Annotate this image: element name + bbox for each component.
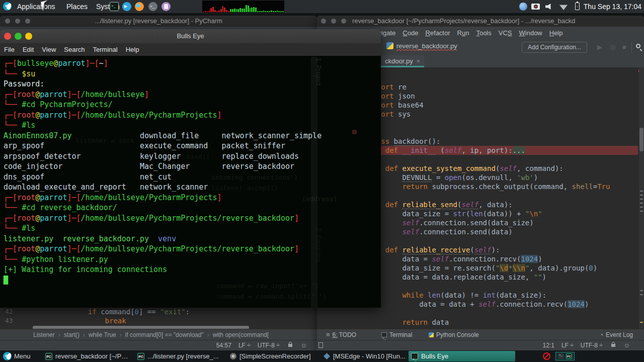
lock-icon[interactable] [288,344,292,347]
terminal-tool-button[interactable]: Terminal [381,329,412,340]
stop-icon[interactable]: ■ [622,43,626,51]
terminal-line: ┌─[root@parrot]─[/home/bullseye/PycharmP… [4,110,381,121]
top-panel: Applications Places System Thu Sep 13, 1… [0,0,644,13]
code-line: while len(data) != int(data_size): [368,291,638,300]
menu-view[interactable]: View [42,43,56,56]
terminal-line: └── $su [4,69,381,79]
no-entry-icon[interactable] [543,352,550,360]
file-breadcrumb[interactable]: reverse_backdoor.py [386,42,457,50]
terminal-launcher-icon[interactable] [110,2,119,11]
code-editor[interactable]: if command[0] == "exit": break [20,307,190,325]
line-ending-select[interactable]: LF ÷ [238,340,251,350]
volume-icon[interactable] [545,4,552,10]
scrollbar-thumb[interactable] [639,128,643,151]
divider [631,42,632,52]
updater-tray-icon[interactable] [519,3,527,11]
taskbar-button[interactable]: PCreverse_backdoor [~/Py... [43,351,129,361]
menu-terminal[interactable]: Terminal [93,43,118,56]
code-line [368,236,638,245]
encoding-select[interactable]: UTF-8 ÷ [581,340,603,350]
right-titlebar[interactable]: reverse_backdoor [~/PycharmProjects/reve… [317,16,644,27]
recorder-icon [230,353,236,359]
parrot-logo-icon[interactable] [3,2,12,11]
line-number: 43 [5,316,13,325]
code-line [368,282,638,291]
code-line: data_size = str(len(data)) + "\n" [368,209,638,218]
menu-code[interactable]: Code [403,27,418,40]
line-ending-select[interactable]: LF ÷ [561,340,574,350]
hector-face-icon[interactable]: ☺ [624,340,630,350]
hector-face-icon[interactable]: ☺ [301,340,307,350]
menu-search[interactable]: Search [64,43,85,56]
toggle-toolwindows-icon[interactable] [318,342,323,348]
python-console-tool-button[interactable]: Python Console [429,329,479,340]
terminal-menubar: FileEditViewSearchTerminalHelp [0,43,381,56]
system-monitor[interactable] [202,1,284,13]
encoding-select[interactable]: UTF-8 ÷ [258,340,280,350]
breadcrumb-item[interactable]: Listener [33,331,55,338]
taskbar-button[interactable]: [SimpleScreenRecorder] [227,351,316,361]
menu-edit[interactable]: Edit [23,43,34,56]
code-line: data = data.replace(data_size, "") [368,273,638,282]
taskbar-button[interactable]: [MSEdge - Win10 [Run... [321,351,406,361]
coverage-icon[interactable]: ◎ [610,43,615,51]
battery-icon[interactable] [575,3,580,10]
firefox-icon[interactable] [135,2,144,11]
breadcrumb-item[interactable]: start() [64,331,79,338]
terminal-line: AinonEnnos07.py download_file network_sc… [4,131,381,141]
menu-help[interactable]: Help [549,27,563,40]
code-line: import json [368,92,638,101]
clock[interactable]: Thu Sep 13, 17:04 [584,0,641,13]
window-control-icon[interactable] [321,19,326,24]
pycharm-tray-icon[interactable]: PC [566,353,572,359]
python-file-icon [386,42,393,49]
code-line: self.connection.send(data_size) [368,218,638,227]
menu-help[interactable]: Help [126,43,139,56]
close-icon[interactable]: × [417,58,420,65]
list-icon: ≡ [326,329,330,340]
breadcrumb-item[interactable]: with open(command[ [213,331,269,338]
menu-places[interactable]: Places [63,0,91,13]
code-line: def execute_system_command(self, command… [368,164,638,173]
code-line [368,119,638,128]
wifi-icon[interactable] [559,4,568,10]
lock-icon[interactable] [611,344,615,347]
terminal-line: dns_spoof net_cut [4,172,381,183]
window-control-icon[interactable] [331,19,336,24]
terminal-window[interactable]: Bulls Eye FileEditViewSearchTerminalHelp… [0,29,381,308]
add-configuration-button[interactable]: Add Configuration... [522,42,587,53]
file-name: reverse_backdoor.py [396,42,457,50]
todo-tool-button[interactable]: ≡ 6: TODO [326,329,356,340]
menu-window[interactable]: Window [519,27,542,40]
menu-button[interactable]: Menu [2,350,31,362]
search-icon[interactable] [636,44,640,48]
terminal-alt-icon[interactable] [148,2,157,11]
terminal-tray-icon[interactable] [558,353,564,359]
menu-refactor[interactable]: Refactor [425,27,450,40]
vertical-scrollbar[interactable] [639,67,644,329]
menu-run[interactable]: Run [457,27,469,40]
code-lines[interactable]: import reimport jsonimport base64import … [368,82,638,327]
left-titlebar[interactable]: .../listener.py [reverse_backdoor] - PyC… [0,16,317,27]
taskbar-button[interactable]: PC.../listener.py [reverse_... [135,351,222,361]
tray-box: PC [555,352,575,360]
terminal-content[interactable]: ┌─[bullseye@parrot]─[~]└── $suPassword:┌… [0,56,381,308]
telegram-icon[interactable] [122,2,131,11]
package-icon[interactable] [162,2,171,11]
window-control-icon[interactable] [341,19,346,24]
menu-applications[interactable]: Applications [14,0,58,13]
menu-bar: NavigateCodeRefactorRunToolsVCSWindowHel… [370,27,563,40]
taskbar-button[interactable]: Bulls Eye [409,351,515,361]
menu-tools[interactable]: Tools [476,27,491,40]
terminal-line: └── #ls [4,120,381,131]
tab-backdoor-py[interactable]: ckdoor.py× [381,55,424,67]
run-icon[interactable]: ▶ [597,43,602,51]
menu-file[interactable]: File [4,43,15,56]
camera-icon[interactable] [531,4,540,10]
menu-vcs[interactable]: VCS [499,27,512,40]
event-log-button[interactable]: ◔ Event Log [600,329,633,340]
breadcrumb-item[interactable]: while True [89,331,116,338]
terminal-titlebar[interactable]: Bulls Eye [0,29,381,43]
breadcrumb-item[interactable]: if command[0] == "download" [125,331,204,338]
terminal-line: ┌─[bullseye@parrot]─[~] [4,58,381,69]
